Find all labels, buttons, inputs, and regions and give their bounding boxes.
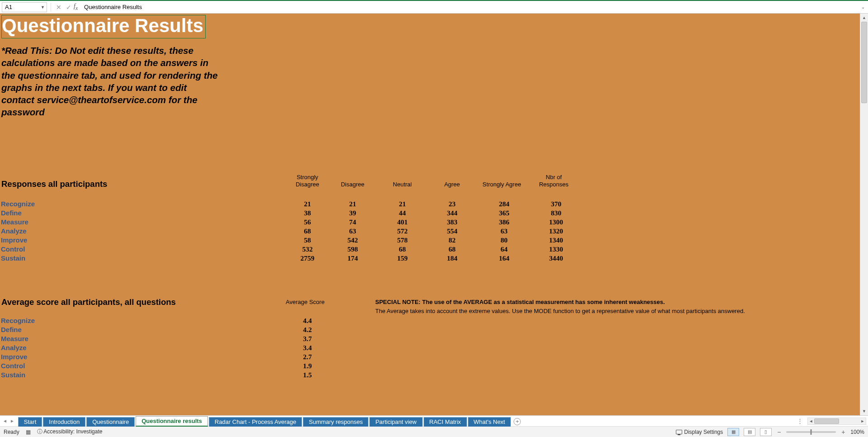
table-cell: 1.9 bbox=[289, 362, 326, 370]
col-header-avg: Average Score bbox=[276, 299, 335, 305]
row-label: Control bbox=[1, 245, 25, 253]
table-cell: 74 bbox=[335, 218, 371, 226]
table-cell: 38 bbox=[289, 209, 326, 217]
table-cell: 164 bbox=[484, 254, 524, 262]
view-page-layout-button[interactable]: ▤ bbox=[744, 428, 755, 436]
table-cell: 532 bbox=[289, 245, 326, 253]
worksheet[interactable]: Questionnaire Results *Read This: Do Not… bbox=[0, 14, 860, 415]
row-label: Analyze bbox=[1, 227, 27, 235]
col-header: Responses bbox=[533, 181, 574, 188]
table-cell: 64 bbox=[484, 245, 524, 253]
row-label: Improve bbox=[1, 236, 27, 244]
formula-bar: A1 ▼ ✕ ✓ fx ⌄ bbox=[0, 1, 868, 14]
table-cell: 4.4 bbox=[289, 317, 326, 325]
table-cell: 2759 bbox=[289, 254, 326, 262]
scroll-left-icon[interactable]: ◄ bbox=[808, 419, 814, 423]
table-cell: 4.2 bbox=[289, 326, 326, 334]
chevron-down-icon[interactable]: ▼ bbox=[41, 5, 45, 10]
row-label: Measure bbox=[1, 218, 28, 226]
table-cell: 23 bbox=[434, 200, 470, 208]
row-label: Analyze bbox=[1, 344, 27, 352]
table-cell: 159 bbox=[384, 254, 420, 262]
scroll-thumb[interactable] bbox=[861, 22, 867, 103]
expand-formula-bar-icon[interactable]: ⌄ bbox=[858, 5, 868, 10]
table-cell: 572 bbox=[384, 227, 420, 235]
tab-prev-icon[interactable]: ◄ bbox=[3, 418, 7, 423]
new-sheet-button[interactable]: + bbox=[511, 416, 524, 427]
sheet-tab[interactable]: What's Next bbox=[468, 417, 511, 427]
view-normal-button[interactable]: ▦ bbox=[727, 428, 739, 436]
zoom-slider-thumb[interactable] bbox=[811, 429, 812, 435]
row-label: Sustain bbox=[1, 371, 25, 379]
section-header-responses: Responses all participants bbox=[1, 179, 107, 189]
accessibility-icon: ⓘ bbox=[37, 428, 42, 435]
name-box[interactable]: A1 ▼ bbox=[2, 2, 47, 12]
table-cell: 344 bbox=[434, 209, 470, 217]
macro-record-icon[interactable]: ▦ bbox=[26, 429, 31, 435]
display-settings-button[interactable]: Display Settings bbox=[676, 429, 723, 435]
table-cell: 184 bbox=[434, 254, 470, 262]
table-cell: 63 bbox=[484, 227, 524, 235]
col-header: Strongly Agree bbox=[477, 181, 527, 188]
tab-next-icon[interactable]: ► bbox=[10, 418, 14, 423]
scroll-down-icon[interactable]: ▼ bbox=[860, 407, 868, 415]
status-bar: Ready ▦ ⓘ Accessibility: Investigate Dis… bbox=[0, 426, 868, 437]
table-cell: 542 bbox=[335, 236, 371, 244]
display-settings-label: Display Settings bbox=[684, 429, 723, 435]
sheet-tab-strip: ◄ ► StartIntroductionQuestionnaireQuesti… bbox=[0, 415, 868, 426]
zoom-slider[interactable] bbox=[786, 431, 836, 433]
table-cell: 39 bbox=[335, 209, 371, 217]
row-label: Sustain bbox=[1, 254, 25, 262]
scroll-track[interactable] bbox=[860, 22, 868, 407]
table-cell: 1.5 bbox=[289, 371, 326, 379]
view-page-break-button[interactable]: ▯ bbox=[760, 428, 772, 436]
accessibility-status[interactable]: ⓘ Accessibility: Investigate bbox=[37, 428, 103, 436]
table-cell: 1330 bbox=[538, 245, 574, 253]
scroll-thumb[interactable] bbox=[814, 418, 839, 424]
sheet-tab[interactable]: Questionnaire results bbox=[136, 416, 208, 427]
table-cell: 44 bbox=[384, 209, 420, 217]
table-cell: 63 bbox=[335, 227, 371, 235]
sheet-area: Questionnaire Results *Read This: Do Not… bbox=[0, 14, 868, 415]
row-label: Measure bbox=[1, 335, 28, 342]
table-cell: 554 bbox=[434, 227, 470, 235]
table-cell: 386 bbox=[484, 218, 524, 226]
table-cell: 3.7 bbox=[289, 335, 326, 343]
table-cell: 56 bbox=[289, 218, 326, 226]
confirm-formula-icon[interactable]: ✓ bbox=[64, 4, 74, 11]
cancel-formula-icon[interactable]: ✕ bbox=[54, 4, 64, 11]
vertical-scrollbar[interactable]: ▲ ▼ bbox=[860, 14, 868, 415]
horizontal-scrollbar[interactable]: ◄ ► bbox=[807, 418, 866, 425]
scroll-right-icon[interactable]: ► bbox=[859, 419, 866, 423]
status-ready: Ready bbox=[4, 429, 19, 435]
tab-options-icon[interactable]: ⋮ bbox=[794, 418, 806, 424]
table-cell: 80 bbox=[484, 236, 524, 244]
sheet-tab[interactable]: Start bbox=[18, 417, 42, 427]
table-cell: 1340 bbox=[538, 236, 574, 244]
section-header-average: Average score all participants, all ques… bbox=[1, 297, 176, 307]
col-header: Agree bbox=[434, 181, 470, 188]
zoom-in-button[interactable]: + bbox=[840, 428, 846, 436]
fx-icon[interactable]: fx bbox=[74, 3, 78, 11]
sheet-tab[interactable]: Radar Chart - Process Average bbox=[209, 417, 302, 427]
table-cell: 3.4 bbox=[289, 344, 326, 352]
sheet-tab[interactable]: Participant view bbox=[369, 417, 422, 427]
formula-input[interactable] bbox=[82, 2, 858, 12]
zoom-out-button[interactable]: − bbox=[776, 428, 782, 436]
name-box-value: A1 bbox=[5, 4, 12, 10]
col-header: Nbr of bbox=[533, 174, 574, 180]
col-header: Disagree bbox=[289, 181, 326, 188]
tabs-container: StartIntroductionQuestionnaireQuestionna… bbox=[17, 416, 511, 426]
row-label: Define bbox=[1, 209, 22, 217]
sheet-tab[interactable]: Introduction bbox=[43, 417, 85, 427]
sheet-tab[interactable]: Questionnaire bbox=[86, 417, 135, 427]
table-cell: 21 bbox=[289, 200, 326, 208]
table-cell: 1320 bbox=[538, 227, 574, 235]
table-cell: 370 bbox=[538, 200, 574, 208]
sheet-tab[interactable]: RACI Matrix bbox=[424, 417, 467, 427]
scroll-up-icon[interactable]: ▲ bbox=[860, 14, 868, 22]
col-header: Neutral bbox=[384, 181, 420, 188]
tab-nav-arrows[interactable]: ◄ ► bbox=[0, 416, 17, 426]
table-cell: 174 bbox=[335, 254, 371, 262]
sheet-tab[interactable]: Summary responses bbox=[303, 417, 368, 427]
